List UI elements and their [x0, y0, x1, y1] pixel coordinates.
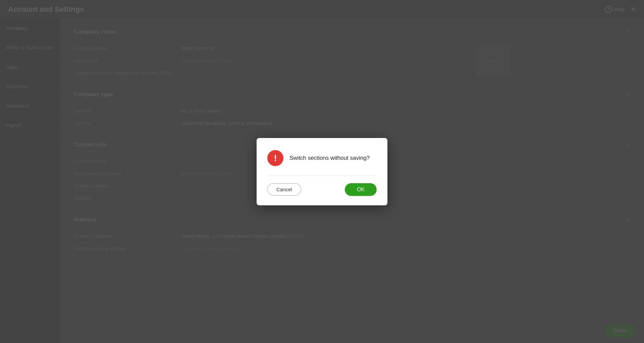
ok-button[interactable]: OK	[345, 183, 377, 196]
page-wrapper: Account and Settings ? Help ✕ Company Bi…	[0, 0, 644, 343]
confirmation-dialog: ! Switch sections without saving? Cancel…	[257, 138, 387, 205]
cancel-button[interactable]: Cancel	[267, 183, 301, 196]
dialog-content: ! Switch sections without saving?	[267, 150, 377, 166]
dialog-divider	[267, 176, 377, 176]
exclamation-icon: !	[274, 154, 277, 162]
warning-icon: !	[267, 150, 283, 166]
dialog-message: Switch sections without saving?	[289, 155, 370, 161]
dialog-actions: Cancel OK	[267, 183, 377, 196]
dialog-backdrop: ! Switch sections without saving? Cancel…	[0, 0, 644, 343]
